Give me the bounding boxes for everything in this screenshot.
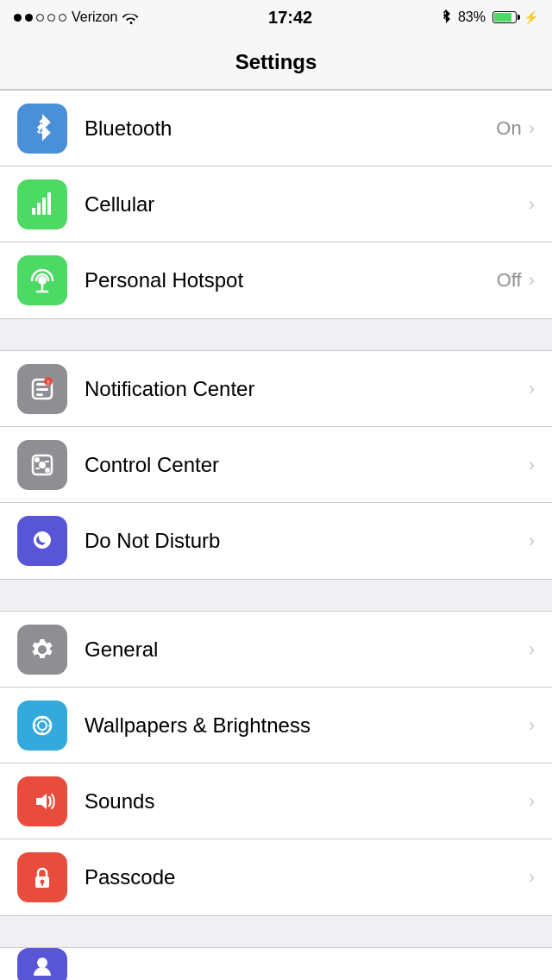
sounds-icon	[17, 776, 67, 826]
control-center-row[interactable]: Control Center ›	[0, 427, 552, 503]
general-chevron: ›	[529, 638, 535, 661]
cellular-row[interactable]: Cellular ›	[0, 166, 552, 242]
passcode-label: Passcode	[85, 865, 529, 889]
notification-center-chevron: ›	[529, 378, 535, 400]
cellular-icon	[17, 179, 67, 229]
settings-group-connectivity: Bluetooth On › Cellular › Perso	[0, 90, 552, 319]
bluetooth-value: On	[496, 117, 521, 140]
bluetooth-row[interactable]: Bluetooth On ›	[0, 91, 552, 166]
status-time: 17:42	[268, 8, 312, 28]
dot-3	[36, 14, 44, 22]
do-not-disturb-label: Do Not Disturb	[85, 529, 529, 553]
passcode-icon	[17, 852, 67, 902]
cellular-label: Cellular	[85, 192, 529, 217]
svg-point-14	[39, 462, 46, 468]
hotspot-chevron: ›	[529, 269, 535, 292]
notification-center-label: Notification Center	[85, 377, 529, 401]
status-right: 83% ⚡	[441, 9, 538, 25]
svg-rect-17	[35, 468, 40, 469]
bluetooth-label: Bluetooth	[85, 116, 496, 141]
hotspot-label: Personal Hotspot	[85, 268, 497, 292]
sounds-label: Sounds	[85, 789, 529, 814]
cellular-chevron: ›	[529, 193, 535, 216]
hotspot-row[interactable]: Personal Hotspot Off ›	[0, 242, 552, 318]
dot-5	[59, 14, 66, 22]
status-left: Verizon	[14, 9, 140, 25]
bluetooth-icon	[17, 104, 67, 154]
passcode-chevron: ›	[529, 866, 535, 889]
wallpapers-label: Wallpapers & Brightness	[85, 713, 529, 738]
do-not-disturb-chevron: ›	[529, 530, 535, 552]
wifi-icon	[122, 10, 140, 24]
svg-point-16	[45, 468, 50, 473]
carrier-label: Verizon	[72, 9, 117, 25]
control-center-label: Control Center	[85, 453, 529, 477]
dot-2	[25, 14, 33, 22]
bluetooth-chevron: ›	[529, 117, 535, 140]
svg-marker-25	[36, 794, 47, 809]
svg-text:!: !	[47, 380, 49, 386]
do-not-disturb-icon	[17, 516, 67, 566]
sounds-row[interactable]: Sounds ›	[0, 763, 552, 839]
svg-rect-0	[32, 208, 35, 215]
dot-4	[47, 14, 55, 22]
nav-bar: Settings	[0, 35, 552, 90]
settings-group-controls: ! Notification Center › Control Center ›	[0, 350, 552, 580]
control-center-icon	[17, 440, 67, 490]
partial-row-hint	[0, 947, 552, 980]
notification-center-row[interactable]: ! Notification Center ›	[0, 351, 552, 427]
svg-rect-10	[36, 393, 43, 396]
svg-rect-1	[37, 203, 41, 215]
passcode-row[interactable]: Passcode ›	[0, 839, 552, 915]
do-not-disturb-row[interactable]: Do Not Disturb ›	[0, 503, 552, 579]
general-row[interactable]: General ›	[0, 612, 552, 688]
svg-rect-18	[45, 461, 49, 462]
control-center-chevron: ›	[529, 454, 535, 476]
svg-point-15	[34, 457, 40, 462]
section-gap-2	[0, 580, 552, 611]
wallpapers-chevron: ›	[529, 714, 535, 737]
svg-rect-2	[42, 198, 46, 215]
hotspot-icon	[17, 255, 67, 305]
general-label: General	[85, 638, 529, 662]
sounds-chevron: ›	[529, 790, 535, 813]
section-gap-1	[0, 319, 552, 350]
charging-icon: ⚡	[524, 10, 538, 24]
status-bar: Verizon 17:42 83% ⚡	[0, 0, 552, 35]
partial-icon	[17, 948, 67, 981]
svg-rect-3	[47, 192, 51, 215]
battery-percent: 83%	[458, 9, 486, 25]
notification-center-icon: !	[17, 364, 67, 414]
hotspot-value: Off	[497, 269, 522, 292]
battery-icon	[492, 11, 517, 23]
svg-rect-9	[36, 388, 48, 391]
signal-dots	[14, 14, 66, 22]
general-icon	[17, 625, 67, 675]
settings-group-main: General › Wallpapers & Brightness ›	[0, 611, 552, 916]
battery-fill	[494, 13, 511, 22]
dot-1	[14, 14, 22, 22]
wallpapers-row[interactable]: Wallpapers & Brightness ›	[0, 688, 552, 763]
svg-point-20	[38, 721, 47, 730]
nav-title: Settings	[235, 50, 317, 74]
bluetooth-status-icon	[441, 9, 451, 25]
bottom-gap	[0, 916, 552, 947]
battery-container	[492, 11, 517, 23]
svg-point-4	[38, 276, 47, 285]
wallpapers-icon	[17, 700, 67, 751]
svg-point-29	[37, 958, 47, 968]
